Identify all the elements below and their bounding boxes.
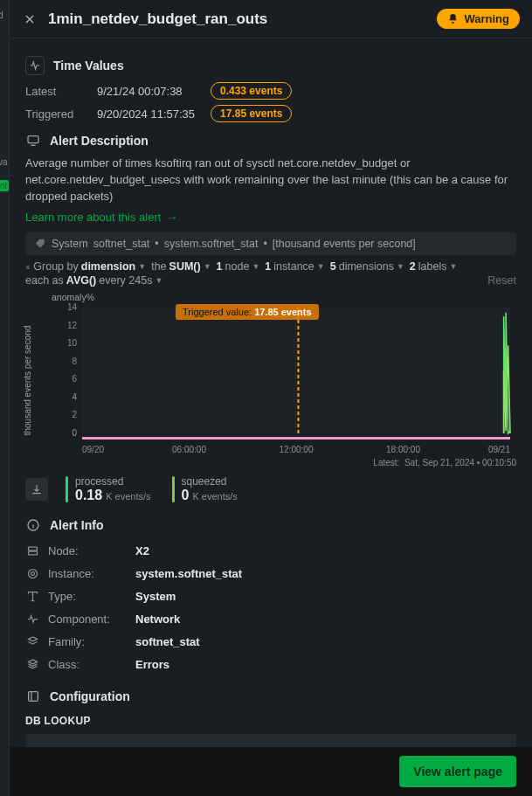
svg-rect-18 (28, 547, 37, 550)
legend-item[interactable]: squeezed 0 K events/s (172, 475, 238, 503)
chart-context-bar[interactable]: System softnet_stat • system.softnet_sta… (25, 232, 516, 255)
server-icon (25, 544, 39, 558)
download-icon[interactable] (25, 478, 48, 501)
db-lookup-title: DB LOOKUP (25, 715, 516, 727)
aggregation-selector[interactable]: the SUM() ▼ (151, 260, 211, 273)
info-value: system.softnet_stat (135, 567, 242, 580)
node-selector[interactable]: 1 node ▼ (217, 260, 260, 273)
triggered-row: Triggered 9/20/2024 11:57:35 17.85 event… (25, 105, 516, 122)
svg-point-20 (28, 570, 37, 578)
pulse-icon (25, 56, 45, 75)
legend-unit: K events/s (192, 491, 237, 502)
svg-text:18:00:00: 18:00:00 (386, 445, 420, 454)
alert-detail-panel: 1min_netdev_budget_ran_outs Warning Time… (10, 0, 532, 796)
learn-more-link[interactable]: Learn more about this alert → (25, 211, 177, 224)
info-row: Type: System (25, 585, 516, 608)
anomaly-label: anomaly% (52, 292, 94, 302)
info-row: Node: X2 (25, 540, 516, 563)
info-value: System (135, 590, 176, 603)
legend-name: squeezed (182, 475, 238, 488)
alert-info-heading: Alert Info (25, 517, 516, 533)
chart-latest-caption: Latest: Sat, Sep 21, 2024 • 00:10:50 (373, 458, 516, 467)
description-text: Average number of times ksoftirq ran out… (25, 156, 516, 205)
ctx-metric: softnet_stat (93, 238, 150, 250)
class-icon (25, 658, 39, 672)
bg-tab-3: nt (0, 180, 9, 191)
configuration-heading: Configuration (25, 689, 516, 704)
svg-text:6: 6 (72, 374, 77, 384)
group-icon: ›‹ (25, 261, 28, 272)
latest-timestamp: 9/21/24 00:07:38 (97, 85, 195, 98)
svg-rect-1 (82, 308, 510, 433)
ctx-system: System (52, 238, 88, 250)
chevron-down-icon: ▼ (204, 262, 211, 271)
chart-container[interactable]: anomaly% thousand events per second 0246… (25, 292, 516, 458)
info-label: Class: (48, 658, 127, 671)
chevron-down-icon: ▼ (155, 276, 162, 285)
monitor-icon (25, 133, 41, 149)
ctx-units: [thousand events per second] (273, 238, 416, 250)
group-by-selector[interactable]: Group by dimension ▼ (33, 260, 146, 273)
latest-label: Latest (25, 85, 81, 98)
type-icon (25, 590, 39, 604)
info-label: Type: (48, 590, 127, 603)
labels-selector[interactable]: 2 labels ▼ (410, 260, 458, 273)
triggered-timestamp: 9/20/2024 11:57:35 (97, 107, 195, 121)
config-icon (25, 689, 41, 704)
instance-icon (25, 567, 39, 581)
svg-text:4: 4 (72, 391, 77, 401)
legend-color-bar (66, 476, 68, 502)
time-values-title: Time Values (53, 59, 124, 73)
panel-content: Time Values Latest 9/21/24 00:07:38 0.43… (10, 38, 532, 796)
legend-value: 0 (182, 488, 190, 503)
chevron-down-icon: ▼ (317, 262, 325, 271)
latest-row: Latest 9/21/24 00:07:38 0.433 events (25, 82, 516, 100)
dimensions-selector[interactable]: 5 dimensions ▼ (330, 260, 404, 273)
alert-info-title: Alert Info (50, 518, 103, 532)
y-axis-title: thousand events per second (22, 311, 34, 451)
svg-rect-22 (29, 691, 38, 701)
ctx-chart-id: system.softnet_stat (164, 238, 259, 250)
arrow-right-icon: → (166, 211, 177, 224)
svg-text:2: 2 (72, 410, 77, 419)
info-icon (25, 517, 41, 533)
bell-icon (447, 13, 459, 24)
svg-text:09/20: 09/20 (82, 445, 104, 454)
panel-footer: View alert page (10, 747, 532, 796)
svg-text:14: 14 (67, 302, 78, 312)
reset-button[interactable]: Reset (487, 274, 516, 287)
svg-rect-0 (28, 136, 38, 143)
legend-color-bar (172, 476, 175, 502)
chevron-down-icon: ▼ (449, 262, 457, 271)
svg-text:12:00:00: 12:00:00 (280, 445, 314, 454)
family-icon (25, 635, 39, 649)
each-as-selector[interactable]: each as AVG() every 245s ▼ (25, 274, 162, 287)
latest-value-pill: 0.433 events (211, 82, 292, 100)
triggered-label: Triggered (25, 107, 81, 121)
triggered-value-pill: 17.85 events (211, 105, 292, 122)
bg-tab-2: va (0, 157, 8, 167)
legend-item[interactable]: processed 0.18 K events/s (66, 475, 151, 503)
query-config-row: ›‹ Group by dimension ▼ the SUM() ▼ 1 no… (25, 260, 516, 273)
chevron-down-icon: ▼ (138, 262, 146, 271)
svg-rect-10 (82, 437, 510, 440)
info-value: X2 (135, 544, 149, 557)
info-value: Network (135, 613, 180, 626)
instance-selector[interactable]: 1 instance ▼ (265, 260, 324, 273)
legend-name: processed (75, 475, 151, 488)
info-label: Component: (48, 613, 127, 626)
panel-header: 1min_netdev_budget_ran_outs Warning (10, 0, 532, 38)
info-row: Component: Network (25, 608, 516, 631)
time-values-heading: Time Values (25, 56, 516, 75)
close-icon[interactable] (22, 11, 38, 27)
info-row: Class: Errors (25, 654, 516, 676)
bg-tab-1: d (0, 10, 3, 20)
info-row: Instance: system.softnet_stat (25, 563, 516, 585)
svg-text:8: 8 (72, 356, 77, 365)
view-alert-page-button[interactable]: View alert page (399, 756, 516, 787)
description-title: Alert Description (50, 134, 149, 148)
svg-point-21 (31, 572, 34, 576)
info-value: Errors (135, 658, 169, 671)
triggered-marker-badge: Triggered value: 17.85 events (176, 304, 319, 320)
svg-rect-19 (28, 551, 37, 555)
